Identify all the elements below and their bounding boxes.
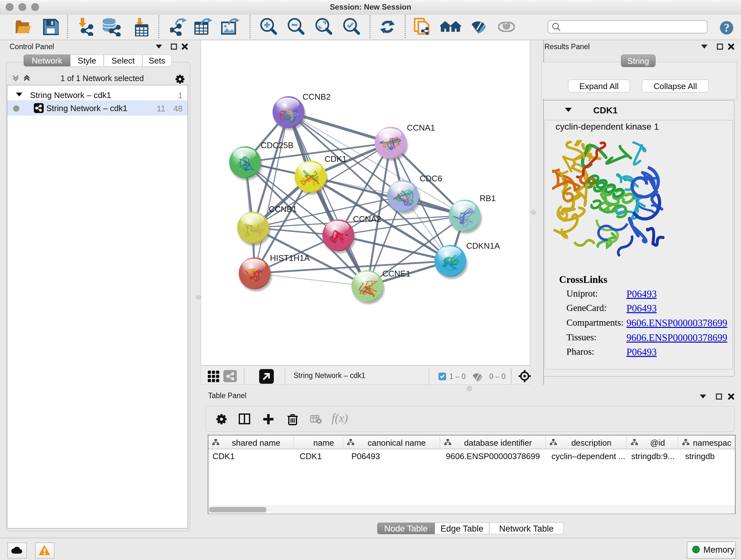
svg-text:CCNE1: CCNE1 bbox=[382, 269, 410, 278]
svg-text:CDC6: CDC6 bbox=[420, 174, 442, 183]
svg-text:CDK1: CDK1 bbox=[325, 154, 347, 164]
svg-text:CCNB1: CCNB1 bbox=[269, 204, 297, 214]
svg-text:CCNA1: CCNA1 bbox=[407, 123, 435, 132]
svg-text:RB1: RB1 bbox=[480, 193, 496, 203]
svg-text:CCNB2: CCNB2 bbox=[302, 92, 331, 102]
svg-text:HIST1H1A: HIST1H1A bbox=[270, 253, 310, 263]
svg-text:CDKN1A: CDKN1A bbox=[466, 241, 500, 251]
svg-text:CDC25B: CDC25B bbox=[261, 140, 293, 150]
svg-text:CCNA2: CCNA2 bbox=[353, 214, 381, 224]
